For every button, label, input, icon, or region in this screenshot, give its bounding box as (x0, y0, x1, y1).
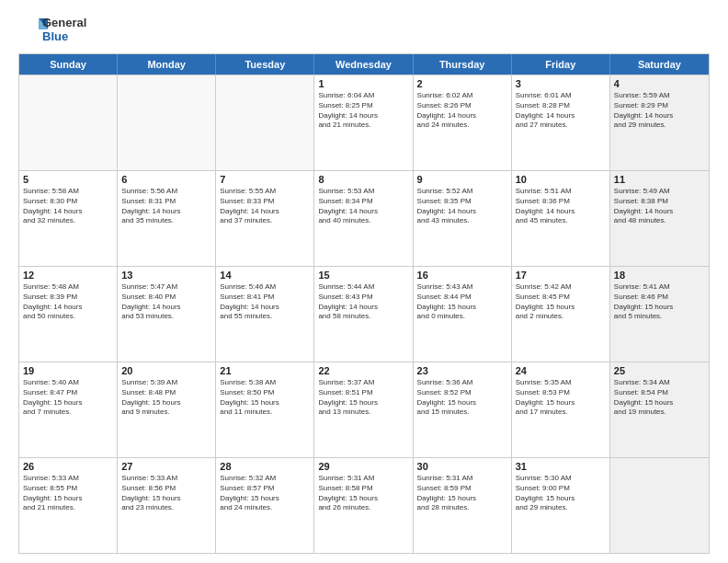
calendar-cell-day-25: 25Sunrise: 5:34 AM Sunset: 8:54 PM Dayli… (610, 362, 709, 457)
day-number: 13 (121, 270, 211, 281)
day-number: 30 (417, 461, 507, 472)
calendar-cell-day-10: 10Sunrise: 5:51 AM Sunset: 8:36 PM Dayli… (512, 171, 610, 266)
day-number: 15 (318, 270, 408, 281)
day-info-text: Sunrise: 5:46 AM Sunset: 8:41 PM Dayligh… (220, 282, 310, 322)
calendar-cell-empty (216, 75, 314, 170)
day-info-text: Sunrise: 5:51 AM Sunset: 8:36 PM Dayligh… (516, 187, 606, 226)
header-day-sunday: Sunday (19, 54, 118, 75)
calendar-page: General Blue SundayMondayTuesdayWednesda… (0, 0, 728, 563)
day-number: 18 (614, 270, 705, 281)
calendar-cell-day-20: 20Sunrise: 5:39 AM Sunset: 8:48 PM Dayli… (118, 362, 216, 457)
day-info-text: Sunrise: 5:59 AM Sunset: 8:29 PM Dayligh… (614, 91, 705, 131)
day-info-text: Sunrise: 5:55 AM Sunset: 8:33 PM Dayligh… (220, 187, 310, 226)
calendar-cell-day-23: 23Sunrise: 5:36 AM Sunset: 8:52 PM Dayli… (414, 362, 512, 457)
day-number: 25 (614, 365, 705, 376)
day-info-text: Sunrise: 5:40 AM Sunset: 8:47 PM Dayligh… (23, 378, 113, 418)
calendar-cell-day-5: 5Sunrise: 5:58 AM Sunset: 8:30 PM Daylig… (19, 171, 118, 266)
calendar-cell-day-3: 3Sunrise: 6:01 AM Sunset: 8:28 PM Daylig… (512, 75, 610, 170)
header-day-monday: Monday (118, 54, 216, 75)
calendar-cell-day-24: 24Sunrise: 5:35 AM Sunset: 8:53 PM Dayli… (512, 362, 610, 457)
calendar-cell-day-6: 6Sunrise: 5:56 AM Sunset: 8:31 PM Daylig… (118, 171, 216, 266)
calendar-row-1: 5Sunrise: 5:58 AM Sunset: 8:30 PM Daylig… (19, 170, 709, 266)
calendar-header-row: SundayMondayTuesdayWednesdayThursdayFrid… (19, 54, 709, 75)
day-number: 5 (23, 174, 113, 185)
day-info-text: Sunrise: 5:44 AM Sunset: 8:43 PM Dayligh… (318, 282, 408, 322)
calendar-cell-day-9: 9Sunrise: 5:52 AM Sunset: 8:35 PM Daylig… (414, 171, 512, 266)
day-number: 28 (220, 461, 310, 472)
calendar-row-2: 12Sunrise: 5:48 AM Sunset: 8:39 PM Dayli… (19, 266, 709, 362)
day-info-text: Sunrise: 6:02 AM Sunset: 8:26 PM Dayligh… (417, 91, 507, 131)
day-info-text: Sunrise: 5:32 AM Sunset: 8:57 PM Dayligh… (220, 474, 310, 513)
calendar-cell-empty (118, 75, 216, 170)
day-number: 20 (121, 365, 211, 376)
logo: General Blue (18, 15, 86, 44)
day-number: 1 (318, 78, 408, 89)
day-info-text: Sunrise: 5:53 AM Sunset: 8:34 PM Dayligh… (318, 187, 408, 226)
calendar-grid: SundayMondayTuesdayWednesdayThursdayFrid… (18, 53, 710, 554)
day-info-text: Sunrise: 5:34 AM Sunset: 8:54 PM Dayligh… (614, 378, 705, 418)
calendar-cell-day-30: 30Sunrise: 5:31 AM Sunset: 8:59 PM Dayli… (414, 458, 512, 553)
calendar-cell-day-22: 22Sunrise: 5:37 AM Sunset: 8:51 PM Dayli… (314, 362, 413, 457)
day-info-text: Sunrise: 5:47 AM Sunset: 8:40 PM Dayligh… (121, 282, 211, 322)
calendar-cell-day-28: 28Sunrise: 5:32 AM Sunset: 8:57 PM Dayli… (216, 458, 314, 553)
day-number: 19 (23, 365, 113, 376)
calendar-cell-day-12: 12Sunrise: 5:48 AM Sunset: 8:39 PM Dayli… (19, 267, 118, 362)
day-info-text: Sunrise: 5:30 AM Sunset: 9:00 PM Dayligh… (516, 474, 606, 513)
day-number: 27 (121, 461, 211, 472)
day-number: 22 (318, 365, 408, 376)
day-info-text: Sunrise: 5:37 AM Sunset: 8:51 PM Dayligh… (318, 378, 408, 418)
calendar-cell-day-13: 13Sunrise: 5:47 AM Sunset: 8:40 PM Dayli… (118, 267, 216, 362)
day-number: 4 (614, 78, 705, 89)
header-day-friday: Friday (512, 54, 610, 75)
calendar-body: 1Sunrise: 6:04 AM Sunset: 8:25 PM Daylig… (19, 75, 709, 553)
day-info-text: Sunrise: 5:41 AM Sunset: 8:46 PM Dayligh… (614, 282, 705, 322)
calendar-cell-day-29: 29Sunrise: 5:31 AM Sunset: 8:58 PM Dayli… (314, 458, 413, 553)
calendar-cell-day-19: 19Sunrise: 5:40 AM Sunset: 8:47 PM Dayli… (19, 362, 118, 457)
day-number: 16 (417, 270, 507, 281)
day-number: 14 (220, 270, 310, 281)
calendar-row-4: 26Sunrise: 5:33 AM Sunset: 8:55 PM Dayli… (19, 457, 709, 553)
day-info-text: Sunrise: 5:52 AM Sunset: 8:35 PM Dayligh… (417, 187, 507, 226)
header-day-thursday: Thursday (414, 54, 512, 75)
calendar-cell-day-1: 1Sunrise: 6:04 AM Sunset: 8:25 PM Daylig… (314, 75, 413, 170)
day-number: 12 (23, 270, 113, 281)
day-info-text: Sunrise: 5:48 AM Sunset: 8:39 PM Dayligh… (23, 282, 113, 322)
day-info-text: Sunrise: 5:33 AM Sunset: 8:56 PM Dayligh… (121, 474, 211, 513)
day-number: 31 (516, 461, 606, 472)
day-number: 8 (318, 174, 408, 185)
day-info-text: Sunrise: 5:31 AM Sunset: 8:58 PM Dayligh… (318, 474, 408, 513)
header-day-wednesday: Wednesday (314, 54, 413, 75)
day-number: 17 (516, 270, 606, 281)
day-info-text: Sunrise: 5:42 AM Sunset: 8:45 PM Dayligh… (516, 282, 606, 322)
calendar-row-3: 19Sunrise: 5:40 AM Sunset: 8:47 PM Dayli… (19, 362, 709, 457)
logo-blue-text: Blue (42, 29, 86, 43)
calendar-cell-day-31: 31Sunrise: 5:30 AM Sunset: 9:00 PM Dayli… (512, 458, 610, 553)
day-info-text: Sunrise: 5:35 AM Sunset: 8:53 PM Dayligh… (516, 378, 606, 418)
calendar-cell-day-11: 11Sunrise: 5:49 AM Sunset: 8:38 PM Dayli… (610, 171, 709, 266)
calendar-cell-day-7: 7Sunrise: 5:55 AM Sunset: 8:33 PM Daylig… (216, 171, 314, 266)
day-info-text: Sunrise: 5:43 AM Sunset: 8:44 PM Dayligh… (417, 282, 507, 322)
day-number: 11 (614, 174, 705, 185)
day-info-text: Sunrise: 5:31 AM Sunset: 8:59 PM Dayligh… (417, 474, 507, 513)
calendar-cell-day-8: 8Sunrise: 5:53 AM Sunset: 8:34 PM Daylig… (314, 171, 413, 266)
calendar-cell-empty (610, 458, 709, 553)
day-number: 24 (516, 365, 606, 376)
day-info-text: Sunrise: 5:36 AM Sunset: 8:52 PM Dayligh… (417, 378, 507, 418)
calendar-cell-day-18: 18Sunrise: 5:41 AM Sunset: 8:46 PM Dayli… (610, 267, 709, 362)
day-number: 9 (417, 174, 507, 185)
calendar-row-0: 1Sunrise: 6:04 AM Sunset: 8:25 PM Daylig… (19, 75, 709, 170)
day-number: 3 (516, 78, 606, 89)
header-day-tuesday: Tuesday (216, 54, 314, 75)
calendar-cell-day-21: 21Sunrise: 5:38 AM Sunset: 8:50 PM Dayli… (216, 362, 314, 457)
day-info-text: Sunrise: 6:04 AM Sunset: 8:25 PM Dayligh… (318, 91, 408, 131)
calendar-cell-day-15: 15Sunrise: 5:44 AM Sunset: 8:43 PM Dayli… (314, 267, 413, 362)
day-number: 2 (417, 78, 507, 89)
day-info-text: Sunrise: 6:01 AM Sunset: 8:28 PM Dayligh… (516, 91, 606, 131)
calendar-cell-day-16: 16Sunrise: 5:43 AM Sunset: 8:44 PM Dayli… (414, 267, 512, 362)
day-info-text: Sunrise: 5:39 AM Sunset: 8:48 PM Dayligh… (121, 378, 211, 418)
calendar-cell-day-2: 2Sunrise: 6:02 AM Sunset: 8:26 PM Daylig… (414, 75, 512, 170)
day-info-text: Sunrise: 5:49 AM Sunset: 8:38 PM Dayligh… (614, 187, 705, 226)
header-day-saturday: Saturday (610, 54, 709, 75)
day-number: 21 (220, 365, 310, 376)
logo-general-text: General (42, 16, 86, 29)
